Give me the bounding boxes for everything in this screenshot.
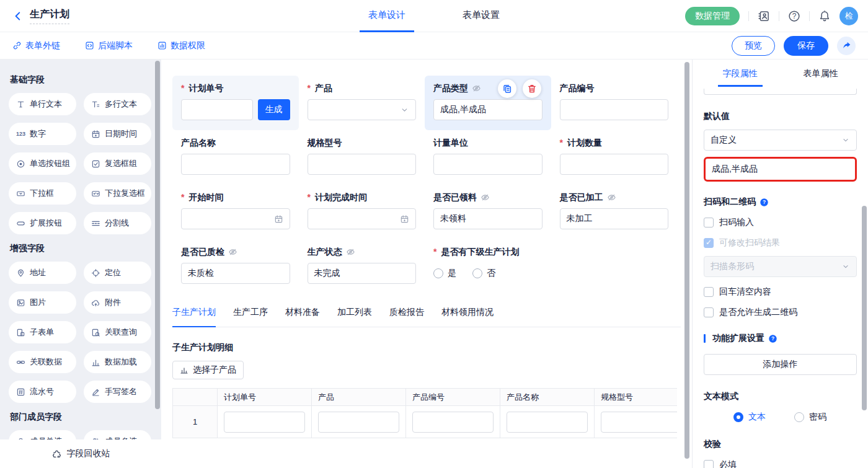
default-value-input-highlighted[interactable]: 成品,半成品 (704, 157, 857, 182)
tab-field-properties[interactable]: 字段属性 (718, 60, 763, 87)
backend-script-link[interactable]: 后端脚本 (85, 40, 133, 51)
radio-text-mode-text[interactable]: 文本 (733, 412, 766, 423)
palette-item-linked-data[interactable]: 关联数据 (9, 351, 76, 373)
product-code-input[interactable] (560, 99, 669, 120)
field-plan-no[interactable]: *计划单号 生成 (172, 76, 299, 130)
field-start-time[interactable]: *开始时间 (172, 185, 299, 239)
field-finish-time[interactable]: *计划完成时间 (299, 185, 425, 239)
processed-input[interactable]: 未加工 (560, 208, 669, 229)
palette-item-signature[interactable]: 手写签名 (84, 381, 151, 403)
palette-item-number[interactable]: 123数字 (9, 123, 76, 145)
palette-item-single-line-text[interactable]: 单行文本 (9, 93, 76, 115)
share-button[interactable] (837, 37, 856, 55)
field-qc-checked[interactable]: 是否已质检 未质检 (172, 239, 299, 294)
product-name-input[interactable] (181, 154, 290, 175)
radio-circle (433, 268, 443, 278)
radio-text-mode-password[interactable]: 密码 (794, 412, 826, 423)
qc-checked-input[interactable]: 未质检 (181, 263, 290, 284)
field-product-name[interactable]: 产品名称 (172, 130, 299, 185)
palette-item-location[interactable]: 定位 (84, 262, 151, 284)
radio-yes[interactable]: 是 (433, 268, 456, 279)
checkbox-enter-clear[interactable]: 回车清空内容 (704, 286, 857, 298)
subtab-production-process[interactable]: 生产工序 (233, 307, 268, 327)
field-material-received[interactable]: 是否已领料 未领料 (425, 185, 551, 239)
field-product[interactable]: *产品 (299, 76, 425, 130)
preview-button[interactable]: 预览 (732, 36, 775, 56)
palette-item-multi-line-text[interactable]: 多行文本 (84, 93, 151, 115)
cell-product-input[interactable] (318, 412, 399, 433)
tab-form-design[interactable]: 表单设计 (360, 0, 414, 32)
product-type-input[interactable]: 成品,半成品 (433, 99, 542, 120)
field-recycle-bin[interactable]: 字段回收站 (0, 439, 161, 468)
palette-item-dropdown[interactable]: 下拉框 (9, 182, 76, 205)
plan-no-input[interactable] (181, 99, 253, 120)
help-circle-icon[interactable] (768, 334, 777, 343)
default-mode-select[interactable]: 自定义 (704, 130, 857, 151)
subtab-qc-report[interactable]: 质检报告 (389, 307, 424, 327)
generate-button[interactable]: 生成 (258, 99, 290, 120)
palette-item-dropdown-multi[interactable]: 下拉复选框 (84, 182, 151, 205)
data-permission-link[interactable]: 数据权限 (157, 40, 205, 51)
palette-item-data-load[interactable]: 数据加载 (84, 351, 151, 373)
palette-item-extend-button[interactable]: 扩展按钮 (9, 212, 76, 234)
field-processed[interactable]: 是否已加工 未加工 (551, 185, 678, 239)
palette-item-serial-number[interactable]: 流水号 (9, 381, 76, 403)
checkbox-scan-input[interactable]: 扫码输入 (704, 217, 857, 228)
subtab-material-prep[interactable]: 材料准备 (285, 307, 320, 327)
palette-item-attachment[interactable]: 附件 (84, 291, 151, 314)
checkbox-required[interactable]: 必填 (704, 459, 857, 468)
material-received-input[interactable]: 未领料 (433, 208, 542, 229)
palette-item-subform[interactable]: 子表单 (9, 321, 76, 343)
field-production-status[interactable]: 生产状态 未完成 (299, 239, 425, 294)
field-product-type[interactable]: 产品类型 成品,半成品 (425, 76, 551, 130)
back-icon[interactable] (12, 11, 24, 22)
field-product-code[interactable]: 产品编号 (551, 76, 678, 130)
help-icon[interactable] (788, 10, 800, 22)
canvas-scrollbar[interactable] (684, 62, 689, 459)
save-button[interactable]: 保存 (784, 36, 828, 56)
cell-plan-no-input[interactable] (224, 412, 305, 433)
data-manage-button[interactable]: 数据管理 (685, 7, 740, 25)
cell-spec-input[interactable] (601, 412, 677, 433)
production-status-input[interactable]: 未完成 (308, 263, 417, 284)
field-spec-model[interactable]: 规格型号 (299, 130, 425, 185)
sidebar-scrollbar[interactable] (155, 61, 160, 409)
palette-item-address[interactable]: 地址 (9, 262, 76, 284)
palette-item-radio-group[interactable]: 单选按钮组 (9, 152, 76, 175)
finish-time-input[interactable] (308, 208, 417, 229)
subtab-sub-production-plan[interactable]: 子生产计划 (172, 307, 216, 327)
panel-scrollbar[interactable] (862, 206, 867, 410)
tab-form-properties[interactable]: 表单属性 (799, 60, 843, 87)
palette-item-image[interactable]: 图片 (9, 291, 76, 314)
subtab-processing-list[interactable]: 加工列表 (337, 307, 372, 327)
page-title[interactable]: 生产计划 (30, 8, 69, 24)
avatar[interactable]: 检 (839, 7, 858, 25)
palette-item-divider[interactable]: 分割线 (84, 212, 151, 234)
field-unit[interactable]: 计量单位 (425, 130, 551, 185)
tab-form-settings[interactable]: 表单设置 (454, 0, 508, 32)
palette-item-checkbox-group[interactable]: 复选框组 (84, 152, 151, 175)
field-has-subplan[interactable]: *是否有下级生产计划 是 否 (425, 239, 677, 294)
bell-icon[interactable] (818, 10, 831, 22)
palette-item-linked-query[interactable]: 关联查询 (84, 321, 151, 343)
spec-model-input[interactable] (308, 154, 417, 175)
contact-book-icon[interactable] (758, 10, 770, 22)
product-select[interactable] (308, 99, 417, 120)
scan-mode-select: 扫描条形码 (704, 256, 857, 277)
form-external-link[interactable]: 表单外链 (12, 40, 60, 51)
subtab-material-usage[interactable]: 材料领用情况 (441, 307, 494, 327)
field-plan-qty[interactable]: *计划数量 (551, 130, 678, 185)
start-time-input[interactable] (181, 208, 290, 229)
plan-qty-input[interactable] (560, 154, 669, 175)
cell-product-name-input[interactable] (507, 412, 588, 433)
delete-field-button[interactable] (523, 79, 541, 98)
radio-no[interactable]: 否 (472, 268, 495, 279)
checkbox-generate-qrcode[interactable]: 是否允许生成二维码 (704, 307, 857, 318)
cell-product-code-input[interactable] (412, 412, 494, 433)
palette-item-datetime[interactable]: 日期时间 (84, 123, 151, 145)
add-action-button[interactable]: 添加操作 (704, 354, 857, 375)
help-circle-icon[interactable] (760, 198, 769, 207)
select-subproduct-button[interactable]: 选择子产品 (172, 361, 244, 379)
copy-field-button[interactable] (498, 79, 516, 98)
unit-input[interactable] (433, 154, 542, 175)
